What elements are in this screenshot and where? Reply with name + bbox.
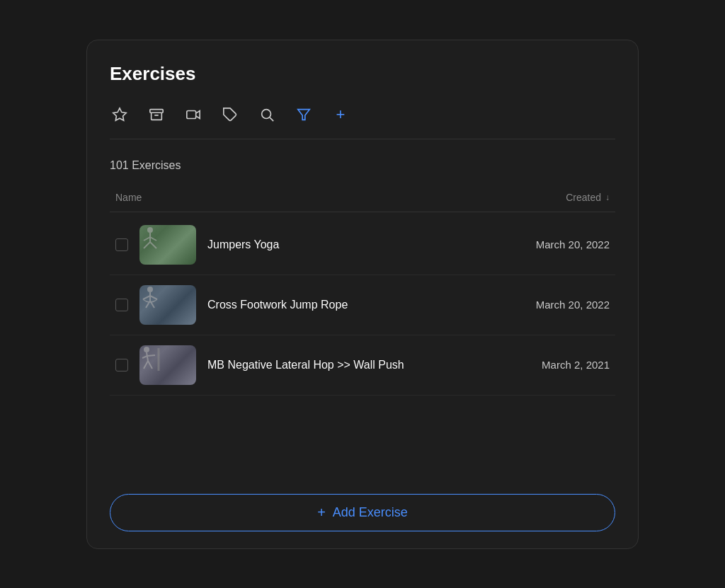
sort-arrow-icon: ↓ bbox=[605, 192, 610, 202]
exercise-checkbox[interactable] bbox=[115, 359, 128, 371]
svg-line-25 bbox=[147, 355, 155, 356]
column-created-header[interactable]: Created ↓ bbox=[566, 192, 610, 203]
exercise-list: Jumpers Yoga March 20, 2022 Cross Footwo… bbox=[110, 215, 615, 396]
svg-line-10 bbox=[144, 242, 150, 248]
table-row: Jumpers Yoga March 20, 2022 bbox=[110, 215, 615, 275]
svg-point-14 bbox=[147, 287, 153, 292]
svg-line-23 bbox=[148, 361, 152, 369]
exercise-thumbnail bbox=[139, 345, 196, 385]
svg-line-6 bbox=[270, 117, 273, 121]
svg-marker-7 bbox=[298, 109, 310, 120]
exercise-date: March 20, 2022 bbox=[503, 299, 610, 311]
svg-line-22 bbox=[144, 361, 148, 369]
add-exercise-label: Add Exercise bbox=[333, 505, 408, 520]
svg-point-20 bbox=[144, 347, 149, 352]
table-header: Name Created ↓ bbox=[110, 192, 615, 212]
svg-line-19 bbox=[150, 296, 157, 299]
exercise-name: Cross Footwork Jump Rope bbox=[207, 299, 492, 311]
search-icon[interactable] bbox=[257, 105, 277, 125]
add-filter-icon[interactable]: + bbox=[331, 105, 350, 125]
svg-line-24 bbox=[142, 356, 147, 358]
video-icon[interactable] bbox=[183, 105, 203, 125]
exercise-checkbox[interactable] bbox=[115, 238, 128, 251]
column-name-header: Name bbox=[115, 192, 142, 203]
filter-icon[interactable] bbox=[294, 105, 314, 125]
table-row: Cross Footwork Jump Rope March 20, 2022 bbox=[110, 275, 615, 335]
archive-icon[interactable] bbox=[147, 105, 166, 125]
svg-marker-0 bbox=[113, 108, 126, 120]
add-exercise-plus-icon: + bbox=[317, 505, 326, 521]
page-title: Exercises bbox=[110, 63, 615, 85]
table-row: MB Negative Lateral Hop >> Wall Push Mar… bbox=[110, 335, 615, 396]
star-icon[interactable] bbox=[110, 105, 130, 125]
svg-point-8 bbox=[147, 227, 153, 233]
toolbar: + bbox=[110, 105, 615, 125]
svg-line-11 bbox=[150, 242, 156, 248]
add-exercise-button[interactable]: + Add Exercise bbox=[110, 494, 615, 531]
svg-line-12 bbox=[144, 237, 150, 241]
svg-line-18 bbox=[143, 296, 150, 299]
exercise-thumbnail bbox=[139, 285, 196, 325]
svg-line-13 bbox=[150, 237, 156, 241]
exercise-date: March 20, 2022 bbox=[503, 238, 610, 250]
exercise-name: Jumpers Yoga bbox=[207, 238, 492, 251]
toolbar-divider bbox=[110, 139, 615, 139]
exercise-thumbnail bbox=[139, 225, 196, 265]
exercises-panel: Exercises bbox=[86, 40, 639, 549]
exercises-count: 101 Exercises bbox=[110, 159, 615, 172]
svg-rect-3 bbox=[187, 110, 196, 118]
svg-point-5 bbox=[262, 109, 271, 118]
exercise-name: MB Negative Lateral Hop >> Wall Push bbox=[207, 359, 492, 371]
svg-rect-1 bbox=[150, 109, 163, 113]
exercise-date: March 2, 2021 bbox=[503, 359, 610, 371]
tag-icon[interactable] bbox=[220, 105, 240, 125]
exercise-checkbox[interactable] bbox=[115, 299, 128, 311]
